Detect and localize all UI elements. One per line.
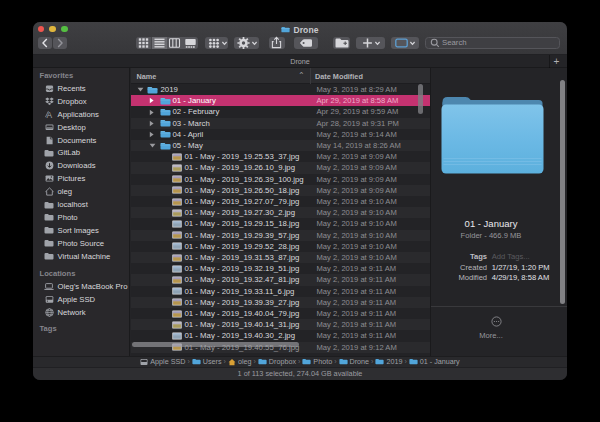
svg-text:A: A [46, 110, 52, 119]
